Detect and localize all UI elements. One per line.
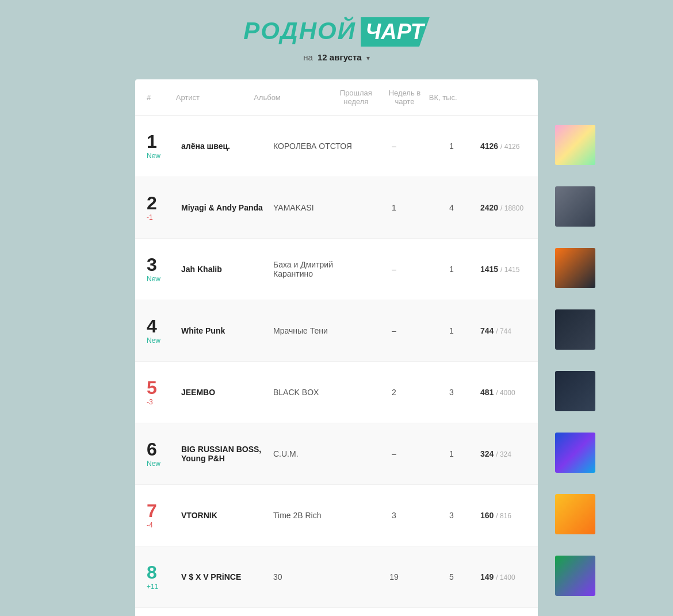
vk-current: 744 — [480, 326, 494, 335]
weeks-in-chart-value: 5 — [423, 572, 480, 581]
vk-current: 149 — [480, 572, 494, 581]
rank-change: New — [147, 460, 181, 468]
prev-week-value: – — [365, 141, 423, 151]
album-name: YAMAKASI — [273, 203, 365, 212]
weeks-in-chart-value: 3 — [423, 511, 480, 520]
prev-week-value: 1 — [365, 203, 423, 212]
rank-block: 3 New — [147, 255, 181, 283]
vk-total: / 4126 — [500, 143, 519, 151]
album-name: КОРОЛЕВА ОТСТОЯ — [273, 141, 365, 151]
date-prefix-label: на — [303, 52, 313, 62]
chart-table: # Артист Альбом Прошлая неделя Недель в … — [135, 79, 538, 616]
album-name: Баха и Дмитрий Карантино — [273, 260, 365, 278]
vk-total: / 816 — [496, 512, 511, 520]
rank-change: New — [147, 152, 181, 160]
album-cover — [549, 309, 595, 352]
vk-stats: 324 / 324 — [480, 449, 549, 458]
vk-total: / 4000 — [496, 389, 515, 397]
vk-stats: 1415 / 1415 — [480, 265, 549, 274]
vk-current: 1415 — [480, 265, 498, 274]
col-header-vk: ВК, тыс. — [429, 93, 488, 102]
cover-image — [555, 309, 595, 350]
album-name: BLACK BOX — [273, 388, 365, 397]
weeks-in-chart-value: 1 — [423, 326, 480, 335]
weeks-in-chart-value: 3 — [423, 388, 480, 397]
table-row[interactable]: 1 New алёна швец. КОРОЛЕВА ОТСТОЯ – 1 41… — [135, 116, 538, 177]
vk-stats: 481 / 4000 — [480, 388, 549, 397]
rank-block: 1 New — [147, 132, 181, 160]
cover-image — [555, 494, 595, 534]
rank-block: 7 -4 — [147, 502, 181, 529]
album-cover — [549, 556, 595, 598]
artist-name: White Punk — [181, 326, 273, 335]
prev-week-value: 3 — [365, 511, 423, 520]
album-cover — [549, 125, 595, 167]
vk-stats: 149 / 1400 — [480, 572, 549, 581]
col-header-album: Альбом — [254, 93, 331, 102]
vk-total: / 18800 — [500, 204, 523, 212]
album-cover — [549, 186, 595, 229]
vk-current: 2420 — [480, 203, 498, 212]
table-row[interactable]: 7 -4 VTORNIK Time 2B Rich 3 3 160 / 816 — [135, 485, 538, 546]
table-row[interactable]: 8 +11 V $ X V PRiNCE 30 19 5 149 / 1400 — [135, 546, 538, 608]
table-row[interactable]: 9 -5 Cream Soda Интергалактик 4 2 143 / … — [135, 608, 538, 616]
weeks-in-chart-value: 1 — [423, 141, 480, 151]
album-cover — [549, 371, 595, 414]
page-header: РОДНОЙ ЧАРТ на 12 августа ▾ — [0, 0, 673, 68]
table-row[interactable]: 5 -3 JEEMBO BLACK BOX 2 3 481 / 4000 — [135, 362, 538, 423]
artist-name: Miyagi & Andy Panda — [181, 203, 273, 212]
cover-image — [555, 371, 595, 411]
logo: РОДНОЙ ЧАРТ — [243, 17, 430, 47]
rank-change: -4 — [147, 521, 181, 529]
album-name: Мрачные Тени — [273, 326, 365, 335]
table-row[interactable]: 6 New BIG RUSSIAN BOSS, Young P&H C.U.M.… — [135, 423, 538, 485]
weeks-in-chart-value: 1 — [423, 265, 480, 274]
rank-number: 1 — [147, 132, 181, 151]
prev-week-value: – — [365, 265, 423, 274]
vk-stats: 160 / 816 — [480, 511, 549, 520]
cover-image — [555, 433, 595, 473]
col-header-prev-week: Прошлая неделя — [332, 89, 381, 106]
cover-image — [555, 556, 595, 596]
col-header-rank: # — [147, 93, 176, 102]
prev-week-value: – — [365, 449, 423, 458]
rank-number: 5 — [147, 378, 181, 397]
rank-block: 8 +11 — [147, 563, 181, 591]
prev-week-value: 19 — [365, 572, 423, 581]
date-dropdown-icon[interactable]: ▾ — [366, 54, 370, 62]
vk-current: 160 — [480, 511, 494, 520]
rank-number: 8 — [147, 563, 181, 581]
artist-name: VTORNIK — [181, 511, 273, 520]
album-cover — [549, 248, 595, 290]
vk-stats: 2420 / 18800 — [480, 203, 549, 212]
table-row[interactable]: 2 -1 Miyagi & Andy Panda YAMAKASI 1 4 24… — [135, 177, 538, 239]
table-row[interactable]: 3 New Jah Khalib Баха и Дмитрий Карантин… — [135, 239, 538, 300]
album-cover — [549, 433, 595, 475]
table-row[interactable]: 4 New White Punk Мрачные Тени – 1 744 / … — [135, 300, 538, 362]
date-selector[interactable]: на 12 августа ▾ — [0, 52, 673, 62]
rank-block: 6 New — [147, 440, 181, 468]
vk-total: / 324 — [496, 450, 511, 458]
weeks-in-chart-value: 1 — [423, 449, 480, 458]
rank-change: New — [147, 275, 181, 283]
artist-name: BIG RUSSIAN BOSS, Young P&H — [181, 445, 273, 463]
artist-name: Jah Khalib — [181, 265, 273, 274]
rank-change: New — [147, 336, 181, 345]
album-name: C.U.M. — [273, 449, 365, 458]
rank-number: 6 — [147, 440, 181, 458]
rank-number: 7 — [147, 502, 181, 520]
rank-block: 2 -1 — [147, 194, 181, 221]
rank-change: -1 — [147, 213, 181, 221]
artist-name: JEEMBO — [181, 388, 273, 397]
rank-number: 3 — [147, 255, 181, 274]
rank-number: 2 — [147, 194, 181, 212]
album-name: 30 — [273, 572, 365, 581]
cover-image — [555, 248, 595, 288]
cover-image — [555, 125, 595, 165]
vk-stats: 744 / 744 — [480, 326, 549, 335]
logo-text-part2: ЧАРТ — [361, 17, 429, 47]
logo-text-part1: РОДНОЙ — [243, 17, 356, 44]
cover-image — [555, 186, 595, 227]
album-name: Time 2B Rich — [273, 511, 365, 520]
rank-number: 4 — [147, 317, 181, 335]
